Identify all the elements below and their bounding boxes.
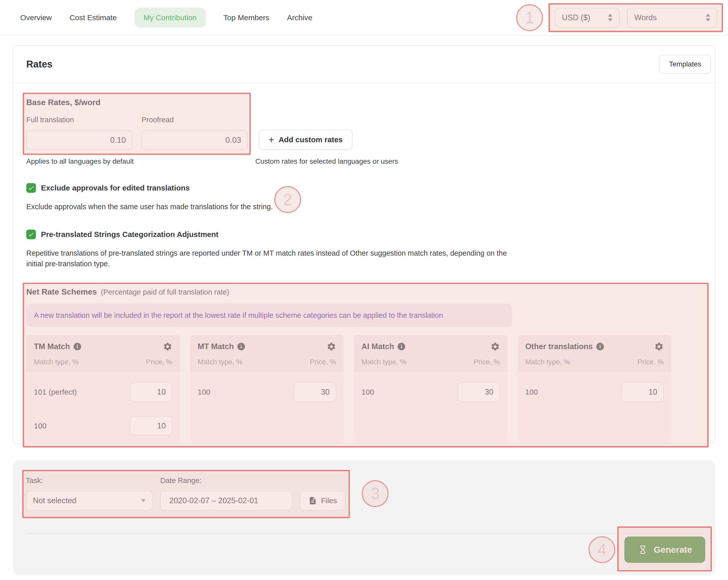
base-rates-helpers: Applies to all languages by default Cust… xyxy=(26,157,702,165)
updown-arrows-icon xyxy=(608,13,613,22)
gear-icon[interactable] xyxy=(327,342,336,351)
rates-title: Rates xyxy=(26,59,53,70)
match-type-value: 100 xyxy=(34,422,47,430)
price-input[interactable]: 10 xyxy=(130,416,173,436)
scheme-card-title: Other translations xyxy=(525,342,593,351)
hourglass-icon xyxy=(638,544,648,555)
base-rates-heading: Base Rates, $/word xyxy=(26,98,248,107)
tab-top-members[interactable]: Top Members xyxy=(224,13,269,22)
annotation-box-net-rate-schemes: Net Rate Schemes (Percentage paid of ful… xyxy=(26,287,702,443)
annotation-box-task: Task: Not selected Date Range: 2020-02-0… xyxy=(26,476,345,510)
pretranslated-adjustment-checkbox[interactable] xyxy=(26,230,36,239)
files-button-label: Files xyxy=(321,496,337,505)
tabs: Overview Cost Estimate My Contribution T… xyxy=(20,8,312,28)
custom-rates-helper-text: Custom rates for selected languages or u… xyxy=(255,157,398,165)
scheme-card-tm-match: TM Match i Match type, % Price, % 101 (p… xyxy=(26,335,180,443)
rates-card-header: Rates Templates xyxy=(13,46,715,83)
match-type-value: 100 xyxy=(362,388,374,396)
task-select[interactable]: Not selected xyxy=(26,491,153,510)
annotation-box-1: USD ($) Words xyxy=(555,8,718,28)
lowest-rate-info-banner: A new translation will be included in th… xyxy=(26,304,512,327)
generate-row: 4 Generate xyxy=(26,536,705,563)
currency-select-value: USD ($) xyxy=(562,13,590,22)
match-type-column-header: Match type, % xyxy=(362,358,406,366)
net-rate-schemes-title: Net Rate Schemes xyxy=(26,287,97,297)
add-custom-rates-button[interactable]: + Add custom rates xyxy=(259,130,353,150)
annotation-box-generate: Generate xyxy=(624,536,705,563)
scheme-card-header: Other translations i Match type, % Price… xyxy=(518,335,671,372)
rates-card-body: Base Rates, $/word Full translation 0.10… xyxy=(13,83,715,443)
task-select-value: Not selected xyxy=(33,496,76,505)
scheme-card-header: TM Match i Match type, % Price, % xyxy=(26,335,180,372)
divider xyxy=(26,533,702,534)
files-button[interactable]: Files xyxy=(300,491,345,510)
price-input[interactable]: 10 xyxy=(621,382,664,402)
scheme-card-ai-match: AI Match i Match type, % Price, % 100 30 xyxy=(354,335,508,443)
task-row: Task: Not selected Date Range: 2020-02-0… xyxy=(26,476,702,510)
scheme-row: 100 10 xyxy=(34,416,173,436)
base-rates-helper-text: Applies to all languages by default xyxy=(26,157,255,165)
header-controls: 1 USD ($) Words xyxy=(516,4,718,31)
net-rate-schemes-header: Net Rate Schemes (Percentage paid of ful… xyxy=(26,287,702,297)
currency-select[interactable]: USD ($) xyxy=(555,8,620,28)
scheme-cards-row: TM Match i Match type, % Price, % 101 (p… xyxy=(26,335,702,443)
tab-cost-estimate[interactable]: Cost Estimate xyxy=(70,13,117,22)
info-icon[interactable]: i xyxy=(596,343,604,350)
info-icon[interactable]: i xyxy=(398,343,405,350)
report-tabs-bar: Overview Cost Estimate My Contribution T… xyxy=(0,0,728,36)
price-input[interactable]: 10 xyxy=(130,382,173,402)
annotation-circle-3: 3 xyxy=(362,480,389,507)
full-translation-field-group: Full translation 0.10 xyxy=(26,116,132,150)
generate-button[interactable]: Generate xyxy=(624,536,705,563)
annotation-circle-2: 2 xyxy=(274,186,301,213)
tab-my-contribution[interactable]: My Contribution xyxy=(134,8,206,28)
price-column-header: Price, % xyxy=(146,358,173,366)
exclude-approvals-checkbox[interactable] xyxy=(26,183,36,193)
document-icon xyxy=(308,496,317,505)
scheme-card-title: MT Match xyxy=(198,342,234,351)
gear-icon[interactable] xyxy=(654,342,664,351)
info-icon[interactable]: i xyxy=(74,343,81,350)
scheme-card-body: 100 30 xyxy=(190,372,344,443)
scheme-row: 100 30 xyxy=(198,382,336,402)
scheme-card-body: 100 10 xyxy=(518,372,671,443)
pretranslated-adjustment-option: Pre-translated Strings Categorization Ad… xyxy=(26,230,702,239)
scheme-card-title: AI Match xyxy=(362,342,394,351)
check-icon xyxy=(28,231,34,238)
pretranslated-adjustment-label: Pre-translated Strings Categorization Ad… xyxy=(41,230,218,239)
scheme-card-mt-match: MT Match i Match type, % Price, % 100 30 xyxy=(190,335,344,443)
annotation-box-base-rates: Base Rates, $/word Full translation 0.10… xyxy=(26,98,248,150)
date-range-input[interactable]: 2020-02-07 – 2025-02-01 xyxy=(160,491,292,510)
annotation-circle-1: 1 xyxy=(516,4,543,31)
match-type-value: 101 (perfect) xyxy=(34,388,77,396)
base-rate-fields: Full translation 0.10 Proofread 0.03 xyxy=(26,116,248,150)
base-rates-row: Base Rates, $/word Full translation 0.10… xyxy=(26,98,702,150)
price-column-header: Price, % xyxy=(310,358,336,366)
info-icon[interactable]: i xyxy=(237,343,245,350)
exclude-approvals-description: Exclude approvals when the same user has… xyxy=(26,201,514,212)
match-type-column-header: Match type, % xyxy=(34,358,79,366)
scheme-card-body: 100 30 xyxy=(354,372,508,443)
price-input[interactable]: 30 xyxy=(458,382,500,402)
pretranslated-adjustment-description: Repetitive translations of pre-translate… xyxy=(26,248,514,269)
unit-select-value: Words xyxy=(634,13,657,22)
rates-card: Rates Templates Base Rates, $/word Full … xyxy=(12,45,716,444)
full-translation-input[interactable]: 0.10 xyxy=(26,130,132,150)
date-range-field-group: Date Range: 2020-02-07 – 2025-02-01 xyxy=(160,476,292,510)
scheme-row: 100 30 xyxy=(362,382,500,402)
scheme-card-header: AI Match i Match type, % Price, % xyxy=(354,335,508,372)
tab-archive[interactable]: Archive xyxy=(287,13,312,22)
price-input[interactable]: 30 xyxy=(294,382,336,402)
unit-select[interactable]: Words xyxy=(627,8,718,28)
proofread-label: Proofread xyxy=(141,116,248,124)
templates-button[interactable]: Templates xyxy=(659,55,711,74)
match-type-value: 100 xyxy=(198,388,210,396)
tab-overview[interactable]: Overview xyxy=(20,13,52,22)
gear-icon[interactable] xyxy=(163,342,173,351)
task-label: Task: xyxy=(26,476,153,485)
updown-arrows-icon xyxy=(706,13,710,22)
gear-icon[interactable] xyxy=(490,342,500,351)
scheme-card-header: MT Match i Match type, % Price, % xyxy=(190,335,344,372)
full-translation-label: Full translation xyxy=(26,116,132,124)
proofread-input[interactable]: 0.03 xyxy=(141,130,248,150)
